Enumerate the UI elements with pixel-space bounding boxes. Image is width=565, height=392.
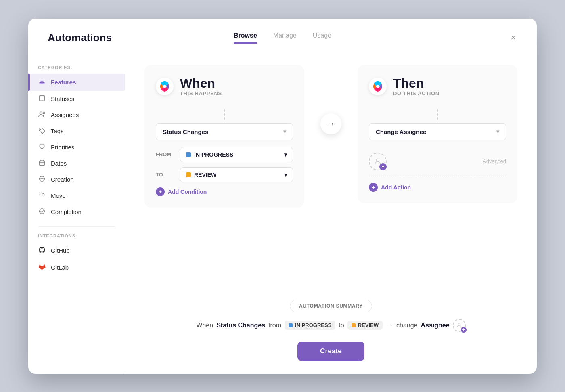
trigger-label: Status Changes <box>163 128 208 135</box>
summary-from: from <box>268 322 281 329</box>
summary-assignee-icon: + <box>453 319 466 332</box>
sidebar-item-tags[interactable]: Tags <box>28 123 125 139</box>
close-button[interactable]: × <box>509 31 517 44</box>
then-card: Then DO THIS ACTION Change Assignee ▾ <box>358 65 517 203</box>
sidebar-item-creation[interactable]: Creation <box>28 172 125 188</box>
summary-assignee: Assignee <box>421 322 450 329</box>
connector-top-then <box>369 106 506 123</box>
summary-to-dot <box>352 323 356 327</box>
creation-icon <box>38 176 46 184</box>
summary-status-changes: Status Changes <box>216 322 265 329</box>
from-select[interactable]: IN PROGRESS ▾ <box>180 147 293 162</box>
sidebar-label-features: Features <box>51 79 76 86</box>
action-select[interactable]: Change Assignee ▾ <box>369 123 506 140</box>
tabs: Browse Manage Usage <box>234 32 331 44</box>
arrow-icon: → <box>326 119 335 129</box>
sidebar-label-priorities: Priorities <box>51 144 74 151</box>
svg-point-15 <box>458 323 460 325</box>
summary-from-dot <box>289 323 293 327</box>
then-title-group: Then DO THIS ACTION <box>393 76 439 96</box>
when-card: When THIS HAPPENS Status Changes ▾ FROM <box>144 65 304 208</box>
sidebar-item-completion[interactable]: Completion <box>28 204 125 220</box>
tab-browse[interactable]: Browse <box>234 32 257 44</box>
summary-assignee-plus-icon: + <box>461 327 467 333</box>
trigger-chevron-icon: ▾ <box>283 128 286 135</box>
summary-from-badge: IN PROGRESS <box>285 321 335 330</box>
main-content: When THIS HAPPENS Status Changes ▾ FROM <box>125 52 537 374</box>
when-subtitle: THIS HAPPENS <box>180 90 222 96</box>
sidebar-label-completion: Completion <box>51 208 82 215</box>
action-label: Change Assignee <box>376 128 426 135</box>
assignee-add-icon: + <box>379 163 387 170</box>
sidebar-item-statuses[interactable]: Statuses <box>28 91 125 107</box>
summary-to: to <box>339 322 344 329</box>
summary-text: When Status Changes from IN PROGRESS to … <box>144 319 517 332</box>
completion-icon <box>38 208 46 216</box>
when-title: When <box>180 76 222 90</box>
gitlab-icon <box>38 263 46 272</box>
sidebar-item-move[interactable]: Move <box>28 188 125 204</box>
tab-usage[interactable]: Usage <box>313 32 331 44</box>
to-label: TO <box>156 172 175 178</box>
connector-top-when <box>156 106 293 123</box>
then-subtitle: DO THIS ACTION <box>393 90 439 96</box>
modal-header: Automations Browse Manage Usage × <box>28 19 537 44</box>
summary-label-button[interactable]: AUTOMATION SUMMARY <box>290 300 372 312</box>
then-title: Then <box>393 76 439 90</box>
sidebar-label-dates: Dates <box>51 160 67 167</box>
summary-when: When <box>196 322 213 329</box>
svg-point-4 <box>40 129 41 130</box>
from-condition-row: FROM IN PROGRESS ▾ <box>156 147 293 162</box>
svg-rect-1 <box>40 95 45 101</box>
sidebar-item-assignees[interactable]: Assignees <box>28 107 125 123</box>
then-card-header: Then DO THIS ACTION <box>369 76 506 96</box>
clickup-logo-then <box>369 78 387 95</box>
sidebar-label-github: GitHub <box>51 247 70 254</box>
categories-label: CATEGORIES: <box>28 65 125 70</box>
sidebar-label-tags: Tags <box>51 128 64 134</box>
automation-builder: When THIS HAPPENS Status Changes ▾ FROM <box>144 65 517 208</box>
svg-point-2 <box>40 112 42 115</box>
when-title-group: When THIS HAPPENS <box>180 76 222 96</box>
create-button[interactable]: Create <box>297 342 364 361</box>
from-chevron-icon: ▾ <box>284 151 287 158</box>
assignees-icon <box>38 111 46 119</box>
tab-manage[interactable]: Manage <box>273 32 297 44</box>
priorities-icon <box>38 143 46 151</box>
to-select[interactable]: REVIEW ▾ <box>180 167 293 182</box>
sidebar-divider <box>38 226 115 227</box>
summary-to-badge: REVIEW <box>347 321 383 330</box>
integrations-label: INTEGRATIONS: <box>28 233 125 238</box>
modal-body: CATEGORIES: Features Statuses <box>28 52 537 374</box>
arrow-connector: → <box>320 113 341 134</box>
from-status-dot <box>186 152 191 157</box>
svg-point-3 <box>43 112 45 114</box>
action-chevron-icon: ▾ <box>496 128 499 135</box>
dates-icon <box>38 159 46 168</box>
when-card-header: When THIS HAPPENS <box>156 76 293 96</box>
advanced-link[interactable]: Advanced <box>483 158 506 164</box>
summary-to-value: REVIEW <box>358 322 379 328</box>
assignee-picker: + Advanced <box>369 147 506 176</box>
to-chevron-icon: ▾ <box>284 172 287 178</box>
add-condition-button[interactable]: + Add Condition <box>156 187 207 196</box>
svg-rect-6 <box>40 161 45 165</box>
sidebar-item-github[interactable]: GitHub <box>28 242 125 259</box>
sidebar-label-gitlab: GitLab <box>51 264 69 271</box>
sidebar-item-priorities[interactable]: Priorities <box>28 139 125 155</box>
add-action-button[interactable]: + Add Action <box>369 183 411 192</box>
assignee-icon[interactable]: + <box>369 153 387 170</box>
to-value: REVIEW <box>194 172 216 178</box>
sidebar-label-creation: Creation <box>51 176 74 183</box>
trigger-select[interactable]: Status Changes ▾ <box>156 123 293 140</box>
automation-summary-section: AUTOMATION SUMMARY When Status Changes f… <box>144 287 517 361</box>
svg-point-14 <box>377 159 379 161</box>
sidebar-label-assignees: Assignees <box>51 111 79 118</box>
arrow-circle: → <box>320 113 341 134</box>
sidebar-item-features[interactable]: Features <box>28 74 125 91</box>
sidebar-item-dates[interactable]: Dates <box>28 155 125 172</box>
crown-icon <box>38 78 46 87</box>
move-icon <box>38 192 46 200</box>
sidebar-item-gitlab[interactable]: GitLab <box>28 259 125 276</box>
from-label: FROM <box>156 151 175 157</box>
